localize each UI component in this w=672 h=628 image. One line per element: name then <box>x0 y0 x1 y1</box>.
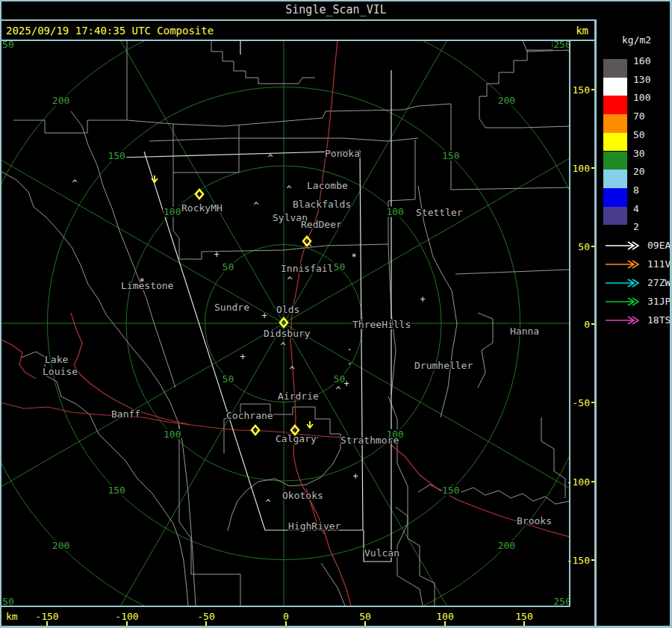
county-boundary-12 <box>0 171 196 606</box>
window-title: Single_Scan_VIL <box>0 0 672 19</box>
town-label-hanna: Hanna <box>510 326 539 337</box>
right-axis-label: 150 <box>560 84 590 96</box>
town-marker-glyph: . <box>346 342 352 352</box>
town-marker-glyph: ^ <box>286 184 291 195</box>
county-boundary-5 <box>479 40 569 128</box>
town-marker-glyph: ^ <box>265 498 270 509</box>
ring-label-200: 200 <box>498 95 515 106</box>
town-marker-glyph: + <box>420 294 425 305</box>
radar-legend-row-18TS: 18TS <box>604 314 670 325</box>
radar-id-label: 31JP <box>647 296 671 307</box>
ring-label-100: 100 <box>164 206 181 217</box>
radar-map-canvas[interactable]: 5050505010010010010015015015015020020020… <box>0 40 569 606</box>
town-label-sundre: Sundre <box>214 302 249 313</box>
color-swatch-130 <box>603 78 627 96</box>
county-boundary-11 <box>455 270 569 274</box>
town-marker-glyph: + <box>261 311 267 321</box>
ring-label-50: 50 <box>223 373 234 385</box>
radar-arrow-27ZW <box>606 279 638 287</box>
radar-legend-row-27ZW: 27ZW <box>604 277 670 287</box>
color-scale-value: 4 <box>633 203 639 214</box>
town-label-blackfalds: Blackfalds <box>293 199 351 210</box>
town-label-cochrane: Cochrane <box>226 410 273 421</box>
county-boundary-2 <box>127 104 451 126</box>
color-scale-value: 100 <box>633 92 650 103</box>
highway-2 <box>71 313 188 424</box>
town-marker-glyph: + <box>214 249 219 260</box>
ring-label-150: 150 <box>442 485 459 496</box>
radar-arrow-31JP <box>606 298 638 305</box>
radar-arrow-icon <box>604 278 643 288</box>
county-boundary-17 <box>388 397 423 606</box>
radar-arrow-icon <box>604 296 643 307</box>
ring-label-250: 250 <box>553 596 569 606</box>
town-label-banff: Banff <box>111 408 140 420</box>
town-marker-glyph: ^ <box>280 341 285 352</box>
town-label-calgary: Calgary <box>276 433 317 444</box>
bottom-axis-label: 100 <box>436 611 453 622</box>
ring-label-250: 250 <box>0 40 14 50</box>
color-scale-value: 70 <box>633 111 645 122</box>
town-label-ponoka: Ponoka <box>325 148 360 159</box>
town-label-strathmore: Strathmore <box>340 435 399 446</box>
bottom-axis: km -150-100-50050100150 <box>0 607 595 626</box>
color-scale-value: 130 <box>633 74 650 85</box>
right-axis: 150100500-50-100-150 <box>570 40 595 606</box>
color-swatch-4 <box>603 207 627 226</box>
town-label-highriver: HighRiver <box>288 520 341 532</box>
bottom-axis-label: -50 <box>197 611 214 622</box>
color-scale-value: 50 <box>633 129 645 140</box>
radar-arrow-111V <box>606 261 638 268</box>
town-label-airdrie: Airdrie <box>278 391 319 402</box>
town-marker-glyph: ^ <box>287 276 292 286</box>
titlebar-divider <box>0 19 672 21</box>
radar-map[interactable]: 5050505010010010010015015015015020020020… <box>0 40 569 606</box>
color-swatch-8 <box>603 188 627 207</box>
town-label-brooks: Brooks <box>517 515 552 526</box>
radar-arrow-icon <box>604 259 643 270</box>
color-scale-value: 8 <box>633 184 639 196</box>
color-swatch-20 <box>603 170 627 188</box>
town-label-limestone: Limestone <box>121 280 174 291</box>
town-marker-glyph: + <box>240 352 245 362</box>
color-scale-value: 20 <box>633 166 645 177</box>
color-swatch-160 <box>603 59 627 78</box>
town-marker-glyph: * <box>351 252 356 262</box>
bottom-axis-unit: km <box>6 611 18 622</box>
town-label-olds: Olds <box>276 304 299 315</box>
town-label-reddeer: RedDeer <box>301 219 342 230</box>
ring-label-250: 250 <box>0 596 14 606</box>
town-label-lake: Lake <box>45 354 68 365</box>
county-boundary-16 <box>224 404 340 531</box>
town-label-vulcan: Vulcan <box>364 547 399 559</box>
town-label-stettler: Stettler <box>416 207 463 218</box>
site-arrow-icon <box>307 421 313 428</box>
county-boundary-7 <box>173 124 239 172</box>
ring-label-50: 50 <box>223 261 234 273</box>
radar-arrow-18TS <box>606 317 638 324</box>
right-axis-unit: km <box>553 25 588 37</box>
ring-label-200: 200 <box>52 540 69 551</box>
color-scale-value: 30 <box>633 148 645 159</box>
color-swatch-30 <box>603 152 627 170</box>
town-marker-glyph: + <box>352 471 358 482</box>
highway-3 <box>0 339 36 379</box>
radial-line-330deg <box>284 323 569 520</box>
radial-line-150deg <box>0 126 284 323</box>
town-label-rockymh: RockyMH <box>181 202 223 214</box>
radar-coverage-outline-0 <box>119 151 360 158</box>
right-axis-label: 0 <box>560 319 590 330</box>
county-boundary-23 <box>478 313 493 388</box>
right-axis-label: -150 <box>560 555 590 566</box>
legend-sidebar: kg/m2 16013010070503020842 09EA111V27ZW3… <box>597 0 672 628</box>
radar-legend-row-111V: 111V <box>604 258 670 269</box>
town-marker-glyph: ^ <box>72 178 77 189</box>
county-boundary-4 <box>211 40 315 84</box>
radar-id-label: 09EA <box>647 240 671 251</box>
town-marker-glyph: ^ <box>289 365 294 376</box>
radar-legend-row-31JP: 31JP <box>604 296 670 306</box>
town-label-okotoks: Okotoks <box>282 490 323 501</box>
ring-label-150: 150 <box>108 150 125 161</box>
town-marker-glyph: . <box>346 356 352 367</box>
color-swatch-50 <box>603 133 627 152</box>
